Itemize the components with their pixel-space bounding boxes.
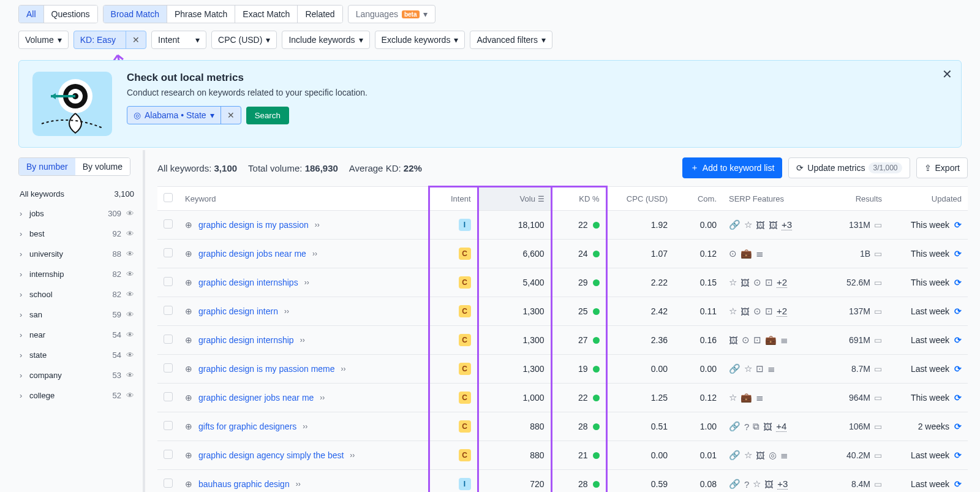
refresh-row-icon[interactable]: ⟳ [954, 220, 962, 230]
eye-icon[interactable]: 👁 [126, 270, 134, 279]
serp-snapshot-icon[interactable]: ▭ [874, 249, 882, 259]
col-com[interactable]: Com. [674, 187, 723, 211]
sidebar-item-jobs[interactable]: ›jobs309👁 [18, 203, 143, 224]
eye-icon[interactable]: 👁 [126, 229, 134, 238]
expand-icon[interactable]: ›› [284, 307, 289, 316]
add-keyword-icon[interactable]: ⊕ [185, 220, 192, 230]
add-keyword-icon[interactable]: ⊕ [185, 393, 192, 403]
refresh-row-icon[interactable]: ⟳ [954, 364, 962, 374]
sidebar-item-university[interactable]: ›university88👁 [18, 244, 143, 264]
sidebar-item-state[interactable]: ›state54👁 [18, 345, 143, 365]
serp-snapshot-icon[interactable]: ▭ [874, 278, 882, 287]
filter-exclude[interactable]: Exclude keywords▾ [375, 31, 466, 49]
eye-icon[interactable]: 👁 [126, 330, 134, 339]
keyword-link[interactable]: graphic designer jobs near me [198, 393, 314, 403]
add-keyword-icon[interactable]: ⊕ [185, 335, 192, 345]
keyword-link[interactable]: graphic design internships [198, 278, 298, 287]
export-button[interactable]: ⇪Export [916, 157, 968, 178]
languages-dropdown[interactable]: Languages beta ▾ [348, 5, 435, 23]
serp-more[interactable]: +3 [777, 479, 788, 490]
serp-snapshot-icon[interactable]: ▭ [874, 306, 882, 316]
add-keyword-icon[interactable]: ⊕ [185, 278, 192, 287]
serp-more[interactable]: +4 [776, 421, 786, 432]
col-cpc[interactable]: CPC (USD) [606, 187, 674, 211]
row-checkbox[interactable] [164, 248, 173, 257]
expand-icon[interactable]: ›› [341, 365, 346, 373]
tab-phrase-match[interactable]: Phrase Match [167, 6, 235, 23]
keyword-link[interactable]: graphic design internship [198, 335, 294, 345]
filter-volume[interactable]: Volume▾ [18, 31, 69, 49]
filter-advanced[interactable]: Advanced filters▾ [470, 31, 552, 49]
seg-by-number[interactable]: By number [19, 158, 75, 175]
refresh-row-icon[interactable]: ⟳ [954, 249, 962, 259]
keyword-link[interactable]: gifts for graphic designers [198, 422, 296, 431]
refresh-row-icon[interactable]: ⟳ [954, 278, 962, 287]
filter-include[interactable]: Include keywords▾ [282, 31, 369, 49]
add-to-keyword-list-button[interactable]: ＋Add to keyword list [682, 157, 783, 178]
serp-snapshot-icon[interactable]: ▭ [874, 450, 882, 460]
row-checkbox[interactable] [164, 335, 173, 344]
sidebar-item-company[interactable]: ›company53👁 [18, 365, 143, 385]
row-checkbox[interactable] [164, 421, 173, 430]
add-keyword-icon[interactable]: ⊕ [185, 249, 192, 259]
serp-snapshot-icon[interactable]: ▭ [874, 393, 882, 403]
serp-more[interactable]: +3 [782, 219, 792, 230]
filter-intent[interactable]: Intent▾ [151, 31, 206, 49]
serp-snapshot-icon[interactable]: ▭ [874, 422, 882, 431]
sidebar-item-school[interactable]: ›school82👁 [18, 284, 143, 305]
keyword-link[interactable]: graphic design is my passion [198, 220, 309, 230]
add-keyword-icon[interactable]: ⊕ [185, 479, 192, 489]
filter-kd-active[interactable]: KD: Easy ✕ [74, 31, 146, 49]
keyword-link[interactable]: graphic design is my passion meme [198, 364, 335, 374]
seg-by-volume[interactable]: By volume [75, 158, 130, 175]
tab-related[interactable]: Related [298, 6, 342, 23]
sidebar-item-internship[interactable]: ›internship82👁 [18, 264, 143, 284]
col-results[interactable]: Results [815, 187, 888, 211]
tab-all[interactable]: All [19, 6, 44, 23]
keyword-link[interactable]: graphic design intern [198, 306, 278, 316]
tab-exact-match[interactable]: Exact Match [235, 6, 298, 23]
expand-icon[interactable]: ›› [320, 393, 325, 402]
location-clear[interactable]: ✕ [221, 107, 241, 124]
serp-snapshot-icon[interactable]: ▭ [874, 364, 882, 374]
serp-snapshot-icon[interactable]: ▭ [874, 220, 882, 230]
expand-icon[interactable]: ›› [303, 422, 307, 431]
close-icon[interactable]: ✕ [942, 67, 952, 81]
expand-icon[interactable]: ›› [304, 278, 309, 287]
keyword-link[interactable]: bauhaus graphic design [198, 479, 290, 489]
row-checkbox[interactable] [164, 479, 173, 488]
search-button[interactable]: Search [246, 107, 289, 124]
refresh-row-icon[interactable]: ⟳ [954, 479, 962, 489]
refresh-row-icon[interactable]: ⟳ [954, 335, 962, 345]
eye-icon[interactable]: 👁 [126, 350, 134, 360]
col-serp[interactable]: SERP Features [723, 187, 815, 211]
row-checkbox[interactable] [164, 363, 173, 373]
sidebar-item-best[interactable]: ›best92👁 [18, 224, 143, 244]
tab-questions[interactable]: Questions [44, 6, 97, 23]
col-intent[interactable]: Intent [429, 187, 478, 211]
expand-icon[interactable]: ›› [312, 249, 317, 258]
row-checkbox[interactable] [164, 277, 173, 286]
col-volume[interactable]: Volu ☰ [478, 187, 551, 211]
tab-broad-match[interactable]: Broad Match [104, 6, 167, 23]
refresh-row-icon[interactable]: ⟳ [954, 393, 962, 403]
col-keyword[interactable]: Keyword [179, 187, 429, 211]
refresh-row-icon[interactable]: ⟳ [954, 450, 962, 460]
refresh-row-icon[interactable]: ⟳ [954, 306, 962, 316]
update-metrics-button[interactable]: ⟳Update metrics3/1,000 [788, 157, 910, 178]
eye-icon[interactable]: 👁 [126, 249, 134, 259]
serp-more[interactable]: +2 [777, 306, 787, 317]
sidebar-item-college[interactable]: ›college52👁 [18, 385, 143, 406]
select-all-checkbox[interactable] [164, 193, 173, 202]
filter-cpc[interactable]: CPC (USD)▾ [211, 31, 277, 49]
sidebar-item-san[interactable]: ›san59👁 [18, 305, 143, 325]
serp-more[interactable]: +2 [777, 277, 787, 288]
filter-kd-remove[interactable]: ✕ [126, 31, 146, 48]
eye-icon[interactable]: 👁 [126, 209, 134, 218]
sidebar-item-near[interactable]: ›near54👁 [18, 325, 143, 345]
eye-icon[interactable]: 👁 [126, 310, 134, 319]
location-selector[interactable]: ◎ Alabama • State ▾ ✕ [127, 106, 241, 124]
eye-icon[interactable]: 👁 [126, 290, 134, 299]
serp-snapshot-icon[interactable]: ▭ [874, 479, 882, 489]
expand-icon[interactable]: ›› [350, 451, 355, 460]
